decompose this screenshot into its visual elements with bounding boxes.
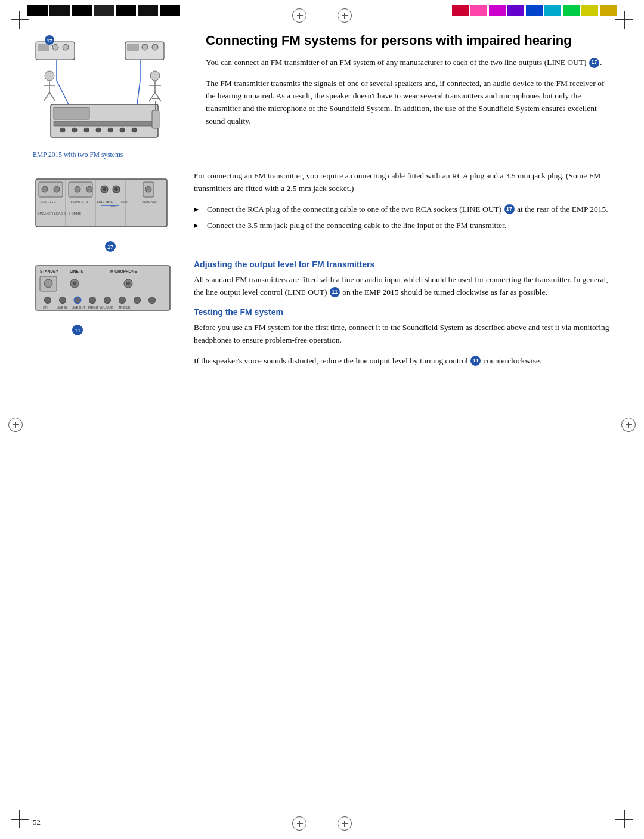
svg-text:FRONT VOL: FRONT VOL [88, 306, 106, 309]
corner-mark-br [615, 810, 633, 828]
para-1-text-start: You can connect an FM transmitter of an … [206, 58, 587, 67]
left-column-1: 17 EMP 2015 with two FM systems [33, 33, 188, 158]
svg-text:LINE OUT: LINE OUT [72, 306, 85, 309]
page-content: 17 EMP 2015 with two FM systems Connecti… [33, 33, 611, 806]
svg-point-42 [42, 186, 48, 192]
lower-section: STANDBY LINE IN MICROPHONE [33, 260, 611, 376]
section3-para3-start: If the speaker's voice sounds distorted,… [194, 356, 468, 365]
svg-point-69 [44, 279, 52, 288]
right-column-2: For connecting an FM transmitter, you re… [194, 170, 611, 248]
svg-point-30 [150, 71, 160, 81]
para-1: You can connect an FM transmitter of an … [206, 57, 611, 69]
svg-point-43 [54, 186, 60, 192]
svg-text:ANTENNA: ANTENNA [142, 200, 158, 203]
svg-point-9 [132, 128, 137, 132]
right-column-3: Adjusting the output level for FM transm… [194, 260, 611, 376]
corner-mark-tl [11, 11, 29, 29]
svg-point-7 [108, 128, 113, 132]
svg-point-50 [114, 187, 118, 191]
svg-point-75 [60, 297, 66, 304]
badge-11-para3: 11 [470, 356, 481, 366]
top-left-bars [27, 5, 180, 16]
svg-line-29 [49, 92, 55, 101]
section3-para1-end: on the EMP 2015 should be turned clockwi… [342, 288, 547, 297]
bullet-list: Connect the RCA plug of the connecting c… [194, 203, 611, 232]
svg-point-77 [89, 297, 96, 304]
svg-rect-20 [127, 44, 139, 51]
svg-text:REAR 1+2: REAR 1+2 [39, 200, 56, 203]
svg-text:17: 17 [107, 244, 113, 250]
crosshair-mid-right [621, 418, 636, 432]
svg-text:FRONT 1+2: FRONT 1+2 [69, 200, 88, 203]
svg-point-71 [73, 282, 77, 286]
svg-point-52 [145, 186, 151, 192]
svg-point-18 [63, 44, 69, 50]
corner-mark-bl [11, 810, 29, 828]
crosshair-bot-right [338, 816, 352, 831]
diagram-svg-3: STANDBY LINE IN MICROPHONE [33, 260, 176, 337]
svg-point-79 [119, 297, 126, 304]
svg-rect-2 [54, 121, 155, 126]
svg-point-3 [60, 128, 65, 132]
section3-para2: Before you use an FM system for the firs… [194, 322, 611, 347]
svg-text:SPEAKER LOAD 2 - 8 OHMS: SPEAKER LOAD 2 - 8 OHMS [38, 212, 81, 215]
page-number: 52 [33, 818, 41, 827]
svg-line-34 [155, 92, 161, 101]
svg-text:TREBLE: TREBLE [119, 306, 131, 309]
para-2: The FM transmitter transmits the signals… [206, 78, 611, 128]
bullet-1-start: Connect the RCA plug of the connecting c… [207, 205, 501, 214]
badge-11-para1: 11 [330, 287, 340, 297]
upper-section: 17 EMP 2015 with two FM systems Connecti… [33, 33, 611, 158]
section3-para3: If the speaker's voice sounds distorted,… [194, 355, 611, 368]
crosshair-mid-left [8, 418, 23, 432]
svg-point-48 [103, 187, 106, 191]
svg-point-45 [75, 186, 80, 192]
svg-text:NOT: NOT [121, 200, 128, 203]
svg-rect-1 [54, 107, 89, 119]
badge-17-bullet1: 17 [504, 204, 515, 214]
svg-rect-10 [152, 110, 159, 128]
section2-intro: For connecting an FM transmitter, you re… [194, 170, 611, 195]
corner-mark-tr [615, 11, 633, 29]
svg-point-74 [45, 297, 51, 304]
svg-line-23 [137, 81, 140, 104]
svg-rect-16 [38, 44, 49, 51]
svg-point-78 [104, 297, 111, 304]
svg-text:LINE: LINE [106, 200, 113, 203]
svg-text:LINE IN: LINE IN [70, 269, 83, 273]
svg-text:LINE IN: LINE IN [57, 306, 67, 309]
svg-point-8 [120, 128, 125, 132]
main-heading: Connecting FM systems for persons with i… [206, 33, 611, 48]
svg-point-46 [86, 186, 92, 192]
subheading-1: Adjusting the output level for FM transm… [194, 260, 611, 269]
bullet-item-1: Connect the RCA plug of the connecting c… [194, 203, 611, 216]
crosshair-bot-left [292, 816, 306, 831]
svg-line-33 [149, 92, 155, 101]
svg-point-80 [134, 297, 141, 304]
svg-text:ON: ON [43, 306, 48, 309]
svg-point-25 [45, 71, 54, 81]
svg-point-17 [52, 44, 58, 50]
diagram-rear-panel: REAR 1+2 FRONT 1+2 LINE IN LINE OUT NOT … [33, 170, 176, 248]
subheading-2: Testing the FM system [194, 307, 611, 317]
bullet-item-2: Connect the 3.5 mm jack plug of the conn… [194, 220, 611, 232]
crosshair-top-left [292, 8, 306, 23]
svg-point-73 [126, 282, 131, 286]
section3-para3-end: counterclockwise. [484, 356, 542, 365]
svg-point-21 [142, 44, 148, 50]
section3-para1: All standard FM transmitters are fitted … [194, 274, 611, 299]
svg-point-5 [84, 128, 89, 132]
badge-17-para1: 17 [589, 58, 599, 68]
diagram-svg-2: REAR 1+2 FRONT 1+2 LINE IN LINE OUT NOT … [33, 170, 176, 254]
svg-point-22 [152, 44, 158, 50]
diagram-front-panel: STANDBY LINE IN MICROPHONE [33, 260, 176, 331]
bullet-1-end: at the rear of the EMP 2015. [517, 205, 608, 214]
svg-point-4 [72, 128, 77, 132]
diagram-emp-two-systems: 17 [33, 33, 176, 146]
svg-text:MICROPHONE: MICROPHONE [110, 269, 137, 273]
svg-point-81 [149, 297, 156, 304]
svg-line-28 [44, 92, 49, 101]
svg-text:17: 17 [47, 38, 52, 44]
svg-point-6 [96, 128, 101, 132]
diagram-1-caption: EMP 2015 with two FM systems [33, 151, 188, 158]
